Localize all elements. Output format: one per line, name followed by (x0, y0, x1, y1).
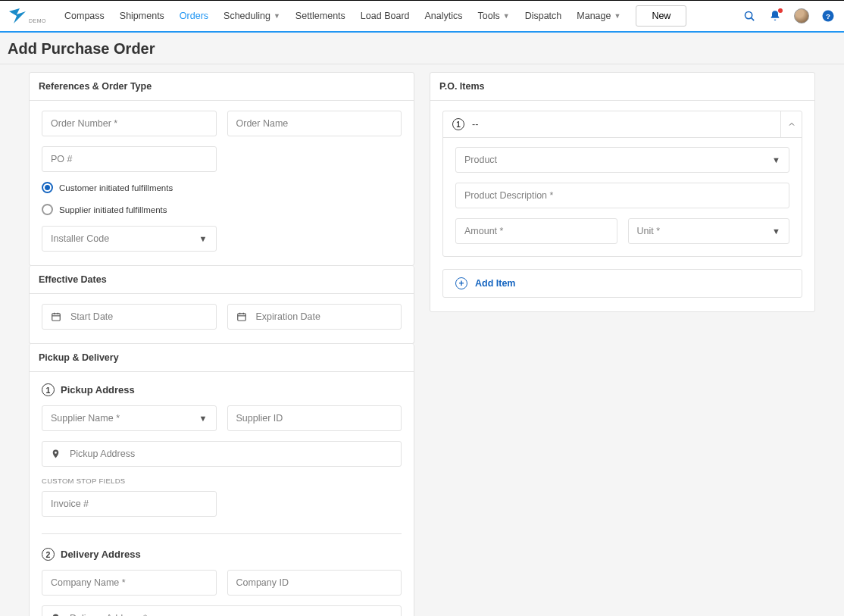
topbar-actions: ? (742, 8, 835, 23)
product-description-input[interactable] (455, 183, 789, 208)
nav-tools[interactable]: Tools▼ (470, 0, 517, 33)
radio-supplier-fulfillments[interactable]: Supplier initiated fulfillments (42, 204, 402, 215)
avatar[interactable] (794, 8, 809, 23)
nav-manage[interactable]: Manage▼ (569, 0, 628, 33)
references-panel: References & Order Type Customer initiat… (29, 72, 414, 266)
order-name-input[interactable] (227, 111, 402, 136)
pickup-delivery-header: Pickup & Delivery (30, 344, 414, 372)
company-name-input[interactable] (42, 570, 217, 596)
nav-scheduling[interactable]: Scheduling▼ (216, 0, 288, 33)
po-item-card: 1 -- Product ▼ (442, 111, 802, 257)
topbar: DEMO Compass Shipments Orders Scheduling… (0, 0, 844, 33)
nav-shipments-label: Shipments (120, 11, 164, 21)
svg-point-0 (745, 11, 752, 18)
nav-orders-label: Orders (180, 11, 208, 21)
step-1-icon: 1 (42, 383, 55, 396)
add-item-button[interactable]: + Add Item (442, 269, 802, 298)
add-item-label: Add Item (475, 278, 515, 289)
nav-tools-label: Tools (478, 11, 500, 21)
svg-rect-8 (237, 314, 245, 321)
left-column: References & Order Type Customer initiat… (29, 72, 414, 616)
po-number-input[interactable] (42, 146, 217, 172)
collapse-button[interactable] (780, 111, 802, 137)
company-id-input[interactable] (227, 570, 402, 596)
nav-dispatch[interactable]: Dispatch (517, 0, 570, 33)
new-button[interactable]: New (636, 5, 686, 27)
svg-text:?: ? (826, 12, 830, 20)
chevron-down-icon: ▼ (614, 12, 620, 20)
nav-loadboard[interactable]: Load Board (353, 0, 417, 33)
po-item-header: 1 -- (443, 111, 802, 137)
nav-shipments[interactable]: Shipments (112, 0, 172, 33)
pickup-invoice-input[interactable] (42, 491, 217, 517)
chevron-down-icon: ▼ (274, 12, 280, 20)
logo-text: DEMO (29, 18, 46, 23)
start-date-input[interactable]: Start Date (42, 304, 217, 330)
custom-stop-fields-label-1: Custom Stop Fields (42, 477, 402, 485)
nav-compass-label: Compass (64, 11, 105, 21)
nav-scheduling-label: Scheduling (224, 11, 270, 21)
radio-customer-fulfillments[interactable]: Customer initiated fulfillments (42, 182, 402, 193)
divider (42, 533, 402, 534)
nav-manage-label: Manage (577, 11, 611, 21)
expiration-date-input[interactable]: Expiration Date (227, 304, 402, 330)
nav-orders[interactable]: Orders (172, 0, 216, 33)
right-column: P.O. Items 1 -- (430, 72, 815, 312)
nav-dispatch-label: Dispatch (525, 11, 562, 21)
notification-dot (778, 8, 783, 13)
notifications-icon[interactable] (768, 9, 782, 23)
item-1-icon: 1 (452, 118, 464, 130)
search-icon[interactable] (742, 9, 756, 23)
product-select[interactable]: Product ▼ (455, 147, 789, 173)
help-icon[interactable]: ? (821, 9, 835, 23)
location-pin-icon (51, 612, 61, 616)
plus-circle-icon: + (455, 277, 467, 289)
delivery-address-heading: 2 Delivery Address (42, 548, 402, 561)
po-items-header: P.O. Items (430, 73, 814, 101)
chevron-up-icon (787, 120, 796, 129)
main-nav: Compass Shipments Orders Scheduling▼ Set… (57, 0, 742, 33)
unit-placeholder: Unit * (637, 226, 661, 236)
nav-analytics[interactable]: Analytics (417, 0, 470, 33)
delivery-address-placeholder: Delivery Address * (70, 613, 147, 616)
nav-analytics-label: Analytics (425, 11, 463, 21)
radio-icon (42, 182, 53, 193)
pickup-delivery-panel: Pickup & Delivery 1 Pickup Address Suppl… (29, 344, 414, 616)
logo[interactable]: DEMO (6, 7, 46, 25)
installer-code-select[interactable]: Installer Code ▼ (42, 226, 217, 252)
order-number-input[interactable] (42, 111, 217, 136)
effective-dates-header: Effective Dates (30, 266, 414, 294)
nav-compass[interactable]: Compass (57, 0, 112, 33)
po-items-panel: P.O. Items 1 -- (430, 72, 815, 312)
radio-customer-label: Customer initiated fulfillments (59, 183, 173, 192)
chevron-down-icon: ▼ (772, 227, 780, 236)
supplier-id-input[interactable] (227, 405, 402, 431)
form-layout: References & Order Type Customer initiat… (0, 64, 844, 616)
svg-rect-4 (52, 314, 61, 321)
pickup-address-input[interactable]: Pickup Address (42, 441, 402, 467)
delivery-address-input[interactable]: Delivery Address * (42, 605, 402, 616)
calendar-icon (236, 311, 247, 322)
chevron-down-icon: ▼ (503, 12, 510, 20)
radio-icon (42, 204, 53, 215)
radio-supplier-label: Supplier initiated fulfillments (59, 205, 167, 214)
pickup-address-placeholder: Pickup Address (70, 449, 135, 459)
chevron-down-icon: ▼ (199, 234, 208, 243)
amount-input[interactable] (455, 218, 617, 244)
location-pin-icon (51, 448, 61, 460)
chevron-down-icon: ▼ (199, 414, 208, 423)
delivery-address-label: Delivery Address (61, 549, 141, 560)
svg-line-1 (751, 17, 754, 20)
supplier-name-select[interactable]: Supplier Name * ▼ (42, 405, 217, 431)
supplier-name-placeholder: Supplier Name * (51, 413, 120, 424)
unit-select[interactable]: Unit * ▼ (628, 218, 790, 244)
calendar-icon (51, 311, 61, 322)
chevron-down-icon: ▼ (772, 155, 780, 164)
product-placeholder: Product (464, 155, 497, 165)
nav-settlements[interactable]: Settlements (288, 0, 353, 33)
page-title: Add Purchase Order (0, 33, 844, 64)
nav-settlements-label: Settlements (295, 11, 345, 21)
new-button-label: New (652, 11, 671, 21)
pickup-address-heading: 1 Pickup Address (42, 383, 402, 396)
nav-loadboard-label: Load Board (361, 11, 410, 21)
